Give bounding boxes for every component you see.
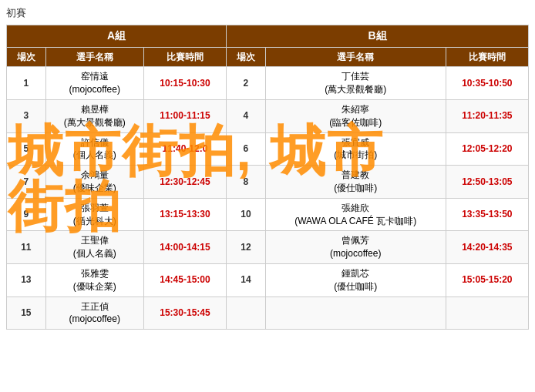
a-match-time: 12:30-12:45 xyxy=(143,166,226,199)
b-player-name: 張宜威(城市街拍) xyxy=(265,132,446,166)
b-match-time: 15:05-15:20 xyxy=(446,263,528,297)
a-match-time: 11:00-11:15 xyxy=(143,99,226,132)
col-a-name: 選手名稱 xyxy=(45,47,143,67)
col-a-round: 場次 xyxy=(7,47,46,67)
a-round-num: 1 xyxy=(7,67,46,100)
b-player-name: 朱紹寧(臨客佐咖啡) xyxy=(265,99,446,132)
a-round-num: 9 xyxy=(7,198,46,231)
b-player-name xyxy=(265,297,446,330)
b-player-name: 普建教(優仕咖啡) xyxy=(265,166,446,199)
b-round-num xyxy=(227,297,266,330)
b-round-num: 10 xyxy=(227,198,266,231)
a-match-time: 11:40-12:0 xyxy=(143,132,226,166)
b-round-num: 14 xyxy=(227,263,266,297)
b-match-time: 10:35-10:50 xyxy=(446,67,528,100)
a-match-time: 10:15-10:30 xyxy=(143,67,226,100)
schedule-table: A組 B組 場次 選手名稱 比賽時間 場次 選手名稱 比賽時間 1窑情遠(moj… xyxy=(6,25,529,330)
a-player-name: 賴昱樺(萬大景觀餐廳) xyxy=(45,99,143,132)
table-row: 11王聖偉(個人名義)14:00-14:1512曾佩芳(mojocoffee)1… xyxy=(7,231,529,264)
col-a-time: 比賽時間 xyxy=(143,47,226,67)
a-player-name: 張雅雯(優味企業) xyxy=(45,263,143,297)
b-round-num: 2 xyxy=(227,67,266,100)
b-player-name: 丁佳芸(萬大景觀餐廳) xyxy=(265,67,446,100)
a-player-name: 王聖偉(個人名義) xyxy=(45,231,143,264)
group-b-header: B組 xyxy=(227,25,529,48)
table-row: 1窑情遠(mojocoffee)10:15-10:302丁佳芸(萬大景觀餐廳)1… xyxy=(7,67,529,100)
b-match-time: 12:05-12:20 xyxy=(446,132,528,166)
b-round-num: 8 xyxy=(227,166,266,199)
a-match-time: 14:00-14:15 xyxy=(143,231,226,264)
table-row: 15王正偵(mojocoffee)15:30-15:45 xyxy=(7,297,529,330)
b-player-name: 鍾凱芯(優仕咖啡) xyxy=(265,263,446,297)
b-match-time: 12:50-13:05 xyxy=(446,166,528,199)
col-b-time: 比賽時間 xyxy=(446,47,528,67)
b-round-num: 12 xyxy=(227,231,266,264)
b-round-num: 4 xyxy=(227,99,266,132)
page-title: 初賽 xyxy=(6,6,529,20)
a-round-num: 3 xyxy=(7,99,46,132)
b-match-time xyxy=(446,297,528,330)
b-round-num: 6 xyxy=(227,132,266,166)
a-round-num: 7 xyxy=(7,166,46,199)
b-player-name: 曾佩芳(mojocoffee) xyxy=(265,231,446,264)
col-b-name: 選手名稱 xyxy=(265,47,446,67)
table-row: 3賴昱樺(萬大景觀餐廳)11:00-11:154朱紹寧(臨客佐咖啡)11:20-… xyxy=(7,99,529,132)
a-round-num: 5 xyxy=(7,132,46,166)
a-player-name: 余鴻量(優味企業) xyxy=(45,166,143,199)
a-round-num: 13 xyxy=(7,263,46,297)
b-player-name: 張維欣(WAWA OLA CAFÉ 瓦卡咖啡) xyxy=(265,198,446,231)
a-match-time: 13:15-13:30 xyxy=(143,198,226,231)
b-match-time: 13:35-13:50 xyxy=(446,198,528,231)
a-player-name: 王正偵(mojocoffee) xyxy=(45,297,143,330)
col-b-round: 場次 xyxy=(227,47,266,67)
a-match-time: 14:45-15:00 xyxy=(143,263,226,297)
a-player-name: 張羽萱(循光科大) xyxy=(45,198,143,231)
table-row: 7余鴻量(優味企業)12:30-12:458普建教(優仕咖啡)12:50-13:… xyxy=(7,166,529,199)
a-round-num: 15 xyxy=(7,297,46,330)
a-player-name: 許信儀(個人名義) xyxy=(45,132,143,166)
a-player-name: 窑情遠(mojocoffee) xyxy=(45,67,143,100)
b-match-time: 14:20-14:35 xyxy=(446,231,528,264)
b-match-time: 11:20-11:35 xyxy=(446,99,528,132)
a-match-time: 15:30-15:45 xyxy=(143,297,226,330)
table-row: 13張雅雯(優味企業)14:45-15:0014鍾凱芯(優仕咖啡)15:05-1… xyxy=(7,263,529,297)
a-round-num: 11 xyxy=(7,231,46,264)
table-row: 5許信儀(個人名義)11:40-12:06張宜威(城市街拍)12:05-12:2… xyxy=(7,132,529,166)
group-a-header: A組 xyxy=(7,25,227,48)
table-row: 9張羽萱(循光科大)13:15-13:3010張維欣(WAWA OLA CAFÉ… xyxy=(7,198,529,231)
